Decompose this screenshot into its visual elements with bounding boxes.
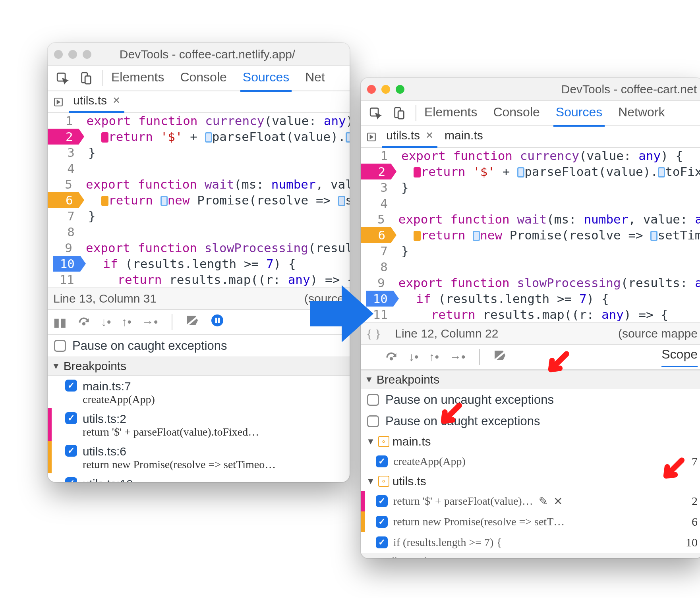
breakpoint-item[interactable]: utils.ts:2return '$' + parseFloat(value)… <box>48 408 350 441</box>
line-number[interactable]: 1 <box>53 113 78 129</box>
file-tab-utils[interactable]: utils.ts ✕ <box>69 91 124 113</box>
breakpoint-item[interactable]: createApp(App)7 <box>361 451 700 472</box>
checkbox[interactable] <box>376 495 388 507</box>
maximize-icon[interactable] <box>83 50 91 59</box>
breakpoint-item[interactable]: return new Promise(resolve => setT…6 <box>361 511 700 532</box>
device-icon[interactable] <box>75 69 97 87</box>
file-tab-main[interactable]: main.ts <box>441 126 487 148</box>
pause-uncaught-option[interactable]: Pause on uncaught exceptions <box>361 389 700 411</box>
tab-sources[interactable]: Sources <box>553 100 605 127</box>
code-line[interactable]: 7} <box>48 208 350 224</box>
breakpoint-item[interactable]: utils.ts:10 <box>48 473 350 482</box>
checkbox[interactable] <box>367 394 379 406</box>
navigator-icon[interactable] <box>364 132 379 142</box>
line-number[interactable]: 8 <box>366 259 393 275</box>
callstack-header[interactable]: ▼ Call Stack <box>361 553 700 558</box>
line-number[interactable]: 9 <box>53 240 78 256</box>
edit-icon[interactable]: ✎ <box>539 495 548 508</box>
line-number[interactable]: 7 <box>366 243 393 259</box>
code-line[interactable]: 10 if (results.length >= 7) { <box>361 291 700 307</box>
line-number[interactable]: 11 <box>53 272 80 287</box>
code-line[interactable]: 8 <box>361 259 700 275</box>
line-number[interactable]: 4 <box>53 160 80 176</box>
checkbox[interactable] <box>65 380 77 392</box>
deactivate-breakpoints-icon[interactable] <box>493 349 508 365</box>
close-icon[interactable] <box>367 85 376 94</box>
code-line[interactable]: 11 return results.map((r: any) => { <box>361 307 700 322</box>
close-icon[interactable]: ✕ <box>553 495 563 508</box>
checkbox[interactable] <box>65 477 77 482</box>
tab-console[interactable]: Console <box>178 65 229 92</box>
breakpoint-item[interactable]: main.ts:7createApp(App) <box>48 376 350 408</box>
line-number[interactable]: 3 <box>53 145 80 160</box>
line-number[interactable]: 4 <box>366 195 393 211</box>
line-number[interactable]: 5 <box>53 176 78 192</box>
code-line[interactable]: 3} <box>361 179 700 195</box>
code-line[interactable]: 4 <box>361 195 700 211</box>
close-icon[interactable]: ✕ <box>112 95 120 106</box>
code-line[interactable]: 10 if (results.length >= 7) { <box>48 256 350 272</box>
breakpoints-header[interactable]: ▼ Breakpoints <box>361 370 700 389</box>
code-editor[interactable]: 1export function currency(value: any) {2… <box>48 113 350 287</box>
step-over-icon[interactable] <box>77 315 91 329</box>
navigator-icon[interactable] <box>51 97 66 107</box>
code-line[interactable]: 4 <box>48 160 350 176</box>
pause-caught-option[interactable]: Pause on caught exceptions <box>48 335 350 357</box>
breakpoint-group-header[interactable]: ▼ ⚬ utils.ts <box>361 472 700 491</box>
line-number[interactable]: 2 <box>366 164 391 179</box>
line-number[interactable]: 7 <box>53 208 80 224</box>
line-number[interactable]: 1 <box>366 148 393 164</box>
pause-caught-option[interactable]: Pause on caught exceptions <box>361 411 700 432</box>
checkbox[interactable] <box>65 412 77 424</box>
tab-sources[interactable]: Sources <box>240 65 292 92</box>
minimize-icon[interactable] <box>68 50 77 59</box>
breakpoint-item[interactable]: utils.ts:6return new Promise(resolve => … <box>48 441 350 473</box>
checkbox[interactable] <box>376 516 388 528</box>
pause-exceptions-icon[interactable] <box>211 314 224 330</box>
breakpoint-group-header[interactable]: ▼ ⚬ main.ts <box>361 432 700 451</box>
checkbox[interactable] <box>376 536 388 548</box>
step-icon[interactable]: →• <box>142 315 158 329</box>
close-icon[interactable]: ✕ <box>425 130 433 141</box>
traffic-lights[interactable] <box>54 50 91 59</box>
code-line[interactable]: 3} <box>48 145 350 160</box>
tab-elements[interactable]: Elements <box>109 65 166 92</box>
step-into-icon[interactable]: ↓• <box>101 315 111 329</box>
line-number[interactable]: 6 <box>366 227 391 243</box>
inspect-icon[interactable] <box>365 104 386 122</box>
code-line[interactable]: 1export function currency(value: any) { <box>48 113 350 129</box>
step-into-icon[interactable]: ↓• <box>408 350 419 364</box>
code-line[interactable]: 6 return new Promise(resolve => setTimeo… <box>361 227 700 243</box>
tab-network[interactable]: Net <box>303 65 327 92</box>
device-icon[interactable] <box>389 104 410 122</box>
code-line[interactable]: 8 <box>48 224 350 240</box>
tab-console[interactable]: Console <box>491 100 542 127</box>
code-line[interactable]: 5export function wait(ms: number, value:… <box>361 211 700 227</box>
step-out-icon[interactable]: ↑• <box>429 350 439 364</box>
step-over-icon[interactable] <box>385 350 398 364</box>
traffic-lights[interactable] <box>367 85 404 94</box>
code-line[interactable]: 1export function currency(value: any) { <box>361 148 700 164</box>
code-line[interactable]: 9export function slowProcessing(results:… <box>361 275 700 291</box>
code-editor[interactable]: 1export function currency(value: any) {2… <box>361 148 700 322</box>
code-line[interactable]: 5export function wait(ms: number, value: <box>48 176 350 192</box>
code-line[interactable]: 2 return '$' + parseFloat(value).to <box>48 129 350 145</box>
line-number[interactable]: 10 <box>53 256 80 272</box>
checkbox[interactable] <box>65 445 77 457</box>
code-line[interactable]: 2 return '$' + parseFloat(value).toFixed… <box>361 164 700 179</box>
checkbox[interactable] <box>367 415 379 427</box>
deactivate-breakpoints-icon[interactable] <box>186 314 200 330</box>
scope-tab[interactable]: Scope <box>661 347 698 367</box>
code-line[interactable]: 11 return results.map((r: any) => { <box>48 272 350 287</box>
line-number[interactable]: 5 <box>366 211 391 227</box>
tab-network[interactable]: Network <box>616 100 667 127</box>
breakpoints-header[interactable]: ▼ Breakpoints <box>48 357 350 376</box>
step-icon[interactable]: →• <box>449 350 466 364</box>
pause-icon[interactable]: ▮▮ <box>53 315 67 329</box>
line-number[interactable]: 6 <box>53 192 79 208</box>
maximize-icon[interactable] <box>396 85 404 94</box>
line-number[interactable]: 8 <box>53 224 80 240</box>
inspect-icon[interactable] <box>52 69 73 87</box>
code-line[interactable]: 6 return new Promise(resolve => set <box>48 192 350 208</box>
close-icon[interactable] <box>54 50 63 59</box>
